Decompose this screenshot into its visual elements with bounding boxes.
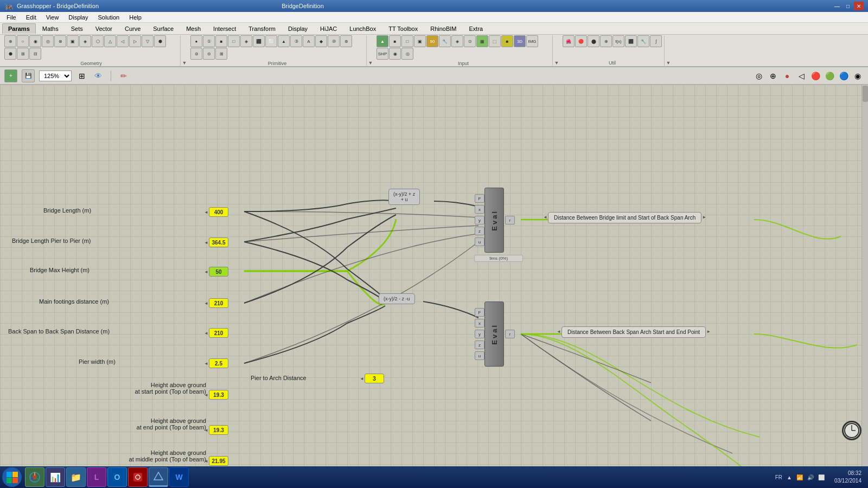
primitive-expand[interactable]: ▼	[368, 35, 373, 66]
input-icon-16[interactable]: ◎	[401, 48, 413, 60]
height-end-input[interactable]: 19.3	[209, 425, 228, 435]
geo-icon-7[interactable]: ◈	[79, 35, 91, 47]
input-icon-10[interactable]: ⬚	[489, 35, 501, 47]
pier-width-input[interactable]: 2.5	[209, 358, 228, 368]
util-icon-7[interactable]: 🔧	[637, 35, 649, 47]
taskbar-folder[interactable]: 📁	[66, 467, 86, 487]
taskbar-rhino[interactable]	[149, 467, 168, 487]
sys-expand[interactable]: ▲	[787, 474, 792, 480]
geo-icon-16[interactable]: ⊟	[29, 48, 41, 60]
util-icon-5[interactable]: f(x)	[612, 35, 624, 47]
view-icon-6[interactable]: 🟢	[824, 70, 835, 82]
close-button[interactable]: ✕	[854, 2, 864, 10]
menu-help[interactable]: Help	[125, 13, 146, 22]
menu-file[interactable]: File	[2, 13, 21, 22]
menu-edit[interactable]: Edit	[22, 13, 41, 22]
prim-icon-8[interactable]: ▲	[278, 35, 290, 47]
prim-icon-5[interactable]: ◈	[240, 35, 252, 47]
geo-icon-4[interactable]: ◎	[42, 35, 54, 47]
input-icon-6[interactable]: 🔧	[439, 35, 451, 47]
prim-icon-1[interactable]: ●	[190, 35, 202, 47]
input-icon-8[interactable]: ⊙	[464, 35, 476, 47]
fit-view-icon[interactable]: ⊞	[76, 70, 88, 82]
input-icon-1[interactable]: ▲	[376, 35, 388, 47]
tab-mesh[interactable]: Mesh	[180, 23, 207, 34]
util-icon-3[interactable]: ⬤	[588, 35, 599, 47]
tab-lunchbox[interactable]: LunchBox	[343, 23, 382, 34]
tab-transform[interactable]: Transform	[242, 23, 282, 34]
taskbar-chart[interactable]: 📊	[46, 467, 65, 487]
input-icon-15[interactable]: ◉	[389, 48, 401, 60]
view-icon-3[interactable]: ●	[781, 70, 793, 82]
taskbar-gh[interactable]	[128, 467, 148, 487]
save-button[interactable]: 💾	[22, 69, 35, 82]
input-expand[interactable]: ▼	[554, 35, 559, 66]
geometry-expand[interactable]: ▼	[182, 35, 187, 66]
input-icon-4[interactable]: ▣	[414, 35, 426, 47]
geo-icon-1[interactable]: ⊕	[4, 35, 16, 47]
prim-icon-13[interactable]: ⊛	[340, 35, 352, 47]
input-icon-7[interactable]: ◈	[451, 35, 463, 47]
geo-icon-9[interactable]: △	[104, 35, 116, 47]
input-icon-5[interactable]: 90	[426, 35, 438, 47]
view-icon-7[interactable]: 🔵	[838, 70, 850, 82]
geo-icon-5[interactable]: ⊗	[54, 35, 66, 47]
eye-icon[interactable]: 👁	[92, 70, 104, 82]
prim-icon-12[interactable]: ⑩	[328, 35, 340, 47]
tab-intersect[interactable]: Intersect	[207, 23, 242, 34]
geo-icon-10[interactable]: ◁	[117, 35, 129, 47]
taskbar-word[interactable]: W	[169, 467, 189, 487]
geo-icon-13[interactable]: ⬢	[154, 35, 166, 47]
geo-icon-11[interactable]: ▷	[129, 35, 141, 47]
prim-icon-4[interactable]: □	[228, 35, 240, 47]
view-icon-5[interactable]: 🔴	[809, 70, 821, 82]
start-button[interactable]	[2, 467, 22, 487]
main-footings-input[interactable]: 210	[209, 298, 228, 308]
input-icon-12[interactable]: 3D	[514, 35, 526, 47]
bridge-max-height-input[interactable]: 50	[209, 267, 228, 277]
input-icon-9[interactable]: ▦	[476, 35, 488, 47]
back-span-input[interactable]: 210	[209, 328, 228, 338]
prim-icon-3[interactable]: ■	[215, 35, 227, 47]
util-icon-1[interactable]: 🌺	[563, 35, 575, 47]
util-icon-4[interactable]: ⊕	[600, 35, 612, 47]
prim-icon-16[interactable]: ⊞	[215, 48, 227, 60]
geo-icon-2[interactable]: ○	[17, 35, 29, 47]
prim-icon-6[interactable]: ⬛	[253, 35, 265, 47]
tab-params[interactable]: Params	[2, 23, 36, 34]
util-icon-8[interactable]: ∫	[650, 35, 662, 47]
view-icon-8[interactable]: ◉	[852, 70, 864, 82]
scrollbar-thumb[interactable]	[863, 86, 868, 102]
input-icon-2[interactable]: ■	[389, 35, 401, 47]
input-icon-11[interactable]: ■	[501, 35, 513, 47]
canvas[interactable]: Bridge Length (m) 400 Bridge Length Pier…	[0, 85, 868, 466]
maximize-button[interactable]: □	[843, 2, 853, 10]
util-expand[interactable]: ▼	[666, 35, 671, 66]
taskbar-chrome[interactable]	[25, 467, 44, 487]
geo-icon-12[interactable]: ▽	[142, 35, 154, 47]
prim-icon-14[interactable]: ⊜	[190, 48, 202, 60]
prim-icon-10[interactable]: A	[303, 35, 315, 47]
input-icon-14[interactable]: SHP	[376, 48, 388, 60]
menu-display[interactable]: Display	[64, 13, 92, 22]
view-icon-4[interactable]: ◁	[795, 70, 807, 82]
prim-icon-9[interactable]: ③	[290, 35, 302, 47]
view-icon-1[interactable]: ◎	[753, 70, 765, 82]
geo-icon-6[interactable]: ▣	[67, 35, 79, 47]
geo-icon-14[interactable]: ⬣	[4, 48, 16, 60]
height-start-input[interactable]: 19.3	[209, 390, 228, 400]
bridge-length-input[interactable]: 400	[209, 207, 228, 217]
view-icon-2[interactable]: ⊕	[767, 70, 779, 82]
tab-sets[interactable]: Sets	[65, 23, 89, 34]
menu-view[interactable]: View	[42, 13, 63, 22]
geo-icon-15[interactable]: ⊞	[17, 48, 29, 60]
tab-surface[interactable]: Surface	[147, 23, 180, 34]
new-button[interactable]: +	[4, 69, 17, 82]
height-mid-input[interactable]: 21.95	[209, 456, 228, 466]
geo-icon-8[interactable]: ⬡	[92, 35, 104, 47]
zoom-select[interactable]: 125% 100% 75% 150%	[39, 70, 72, 81]
util-icon-6[interactable]: ⬛	[625, 35, 637, 47]
bridge-length-pier-input[interactable]: 364.5	[209, 237, 228, 247]
prim-icon-11[interactable]: ◆	[315, 35, 327, 47]
menu-solution[interactable]: Solution	[93, 13, 124, 22]
